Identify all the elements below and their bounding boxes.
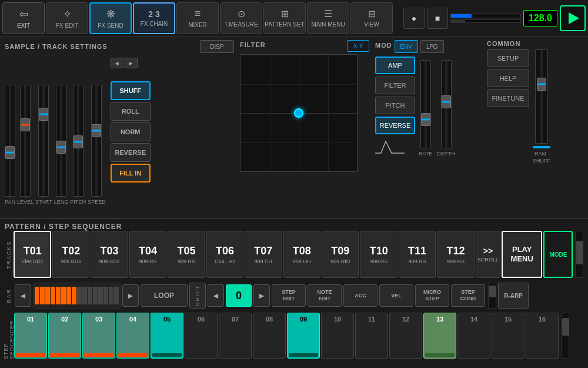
top-right: ● ■ 128.0 bbox=[403, 5, 586, 31]
fx-edit-button[interactable]: ✧ FX EDIT bbox=[46, 2, 88, 34]
fx-chain-button[interactable]: 2 3 FX CHAIN bbox=[133, 2, 175, 34]
track-t10[interactable]: T10 909 RS bbox=[360, 231, 397, 278]
vel-btn[interactable]: VEL bbox=[379, 284, 413, 307]
steps-scrollbar-thumb bbox=[562, 318, 569, 336]
step-sequencer: PATTERN / STEP SEQUENCER TRACKS T01 Elec… bbox=[0, 219, 588, 368]
setup-btn[interactable]: SETUP bbox=[487, 49, 529, 67]
track-t07[interactable]: T07 909 CH bbox=[245, 231, 282, 278]
reverse-mod-btn[interactable]: REVERSE bbox=[375, 117, 415, 134]
track-scroll[interactable]: >> SCROLL bbox=[476, 231, 500, 278]
step-05[interactable]: 05 bbox=[151, 313, 183, 359]
filter-cursor bbox=[294, 108, 303, 118]
track-t02[interactable]: T02 909 BD6 bbox=[52, 231, 89, 278]
acc-btn[interactable]: ACC bbox=[343, 284, 377, 307]
reverse-btn[interactable]: REVERSE bbox=[111, 143, 151, 162]
leng-fader: LENG bbox=[54, 85, 69, 205]
step-04[interactable]: 04 bbox=[116, 313, 149, 359]
scrollbar-thumb bbox=[576, 241, 583, 264]
step-09[interactable]: 09 bbox=[287, 313, 320, 359]
help-btn[interactable]: HELP bbox=[487, 69, 529, 87]
bar-scrollbar[interactable] bbox=[488, 283, 496, 309]
shift-btn[interactable]: SHIFT bbox=[189, 283, 206, 309]
lfo-tab[interactable]: LFO bbox=[420, 40, 444, 53]
filter-btn[interactable]: FILTER bbox=[375, 77, 415, 94]
step-edit-btn[interactable]: STEPEDIT bbox=[272, 284, 306, 307]
env-shape-icon bbox=[375, 139, 405, 155]
circle-btn[interactable]: ● bbox=[403, 8, 425, 29]
track-t04[interactable]: T04 909 RS bbox=[129, 231, 166, 278]
level-fader: LEVEL bbox=[17, 85, 34, 205]
step-06[interactable]: 06 bbox=[185, 313, 218, 359]
step-02[interactable]: 02 bbox=[48, 313, 81, 359]
step-07[interactable]: 07 bbox=[219, 313, 252, 359]
bpm-display[interactable]: 128.0 bbox=[523, 10, 557, 26]
fill-in-btn[interactable]: FILL IN bbox=[111, 164, 151, 183]
track-t12[interactable]: T12 909 RS bbox=[437, 231, 474, 278]
track-t01[interactable]: T01 Elec BD1 bbox=[14, 231, 51, 278]
square-btn[interactable]: ■ bbox=[427, 8, 448, 29]
mixer-button[interactable]: ≡ MIXER bbox=[176, 2, 219, 34]
step-indicator-16 bbox=[527, 353, 557, 357]
filter-pad[interactable] bbox=[240, 54, 358, 172]
loop-btn[interactable]: LOOP bbox=[141, 284, 188, 307]
note-edit-btn[interactable]: NOTEEDIT bbox=[308, 284, 342, 307]
amp-btn[interactable]: AMP bbox=[375, 57, 415, 74]
main-menu-button[interactable]: ☰ MAIN MENU bbox=[307, 2, 349, 34]
step-01[interactable]: 01 bbox=[14, 313, 47, 359]
mode-btn[interactable]: MODE bbox=[543, 231, 573, 278]
step-cond-btn[interactable]: STEPCOND bbox=[451, 284, 485, 307]
step-08[interactable]: 08 bbox=[253, 313, 286, 359]
bar-next-btn[interactable]: ► bbox=[122, 284, 139, 307]
pattern-set-button[interactable]: ⊞ PATTERN SET bbox=[263, 2, 306, 34]
env-tab[interactable]: ENV bbox=[395, 40, 418, 53]
norm-btn[interactable]: NORM bbox=[111, 122, 151, 141]
step-indicator-08 bbox=[255, 353, 284, 357]
mini-step-9 bbox=[77, 287, 82, 304]
left-arrow-btn[interactable]: ◄ bbox=[111, 58, 123, 68]
step-12[interactable]: 12 bbox=[389, 313, 422, 359]
fx-send-button[interactable]: ❋ FX SEND bbox=[89, 2, 132, 34]
step-indicator-09 bbox=[289, 353, 318, 357]
track-t05[interactable]: T05 909 RS bbox=[168, 231, 205, 278]
finetune-btn[interactable]: FINETUNE bbox=[487, 89, 529, 107]
step-indicator-01 bbox=[16, 353, 45, 357]
play-menu-btn[interactable]: PLAYMENU bbox=[502, 231, 542, 278]
seq-next-btn[interactable]: ► bbox=[253, 284, 270, 307]
exit-button[interactable]: ⇦ EXIT bbox=[2, 2, 45, 34]
speed-fader: SPEED bbox=[88, 85, 106, 205]
micro-step-btn[interactable]: MICROSTEP bbox=[415, 284, 449, 307]
xy-button[interactable]: X-Y bbox=[347, 40, 369, 52]
step-16[interactable]: 16 bbox=[526, 313, 559, 359]
t-measure-button[interactable]: ⊙ T.MEASURE bbox=[220, 2, 262, 34]
disp-button[interactable]: DISP bbox=[200, 40, 234, 53]
seq-prev-btn[interactable]: ◄ bbox=[208, 284, 224, 307]
roll-btn[interactable]: ROLL bbox=[111, 102, 151, 121]
step-14[interactable]: 14 bbox=[457, 313, 490, 359]
step-indicator-05 bbox=[152, 353, 182, 357]
steps-scrollbar[interactable] bbox=[561, 313, 569, 359]
tracks-scrollbar[interactable] bbox=[575, 231, 583, 278]
track-t09[interactable]: T09 909 RID bbox=[322, 231, 359, 278]
step-13[interactable]: 13 bbox=[423, 313, 456, 359]
view-button[interactable]: ⊟ VIEW bbox=[350, 2, 393, 34]
step-03[interactable]: 03 bbox=[82, 313, 115, 359]
bar-prev-btn[interactable]: ◄ bbox=[15, 284, 31, 307]
play-icon bbox=[569, 12, 579, 24]
bar-mini-track bbox=[33, 283, 121, 309]
r-arp-btn[interactable]: R-ARP bbox=[498, 283, 529, 309]
pitch-btn[interactable]: PITCH bbox=[375, 97, 415, 114]
exit-label: EXIT bbox=[17, 22, 30, 29]
right-arrow-btn[interactable]: ► bbox=[125, 58, 138, 68]
steps-row: STEP SEQUENCER 01 02 03 04 05 06 07 bbox=[5, 312, 583, 359]
step-11[interactable]: 11 bbox=[355, 313, 388, 359]
step-15[interactable]: 15 bbox=[492, 313, 524, 359]
shuff-btn[interactable]: SHUFF bbox=[111, 81, 151, 100]
track-t03[interactable]: T03 909 SD2 bbox=[91, 231, 128, 278]
track-t11[interactable]: T11 909 RS bbox=[399, 231, 436, 278]
play-button[interactable] bbox=[560, 5, 586, 31]
step-indicator-14 bbox=[459, 353, 489, 357]
tracks-row: TRACKS T01 Elec BD1 T02 909 BD6 T03 909 … bbox=[5, 231, 583, 279]
step-10[interactable]: 10 bbox=[321, 313, 354, 359]
track-t08[interactable]: T08 909 OH bbox=[283, 231, 320, 278]
track-t06[interactable]: T06 C64...A2 bbox=[206, 231, 243, 278]
